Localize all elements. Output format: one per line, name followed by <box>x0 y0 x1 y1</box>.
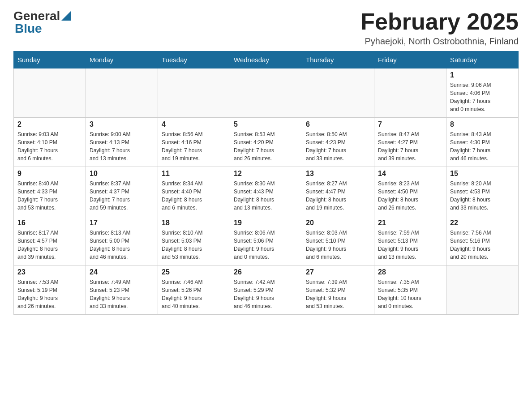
day-number: 18 <box>162 219 226 227</box>
day-info: Sunrise: 7:35 AM Sunset: 5:35 PM Dayligh… <box>378 278 442 310</box>
weekday-header-monday: Monday <box>86 51 158 68</box>
day-info: Sunrise: 8:37 AM Sunset: 4:37 PM Dayligh… <box>90 180 154 212</box>
calendar-cell: 10Sunrise: 8:37 AM Sunset: 4:37 PM Dayli… <box>86 167 158 216</box>
day-info: Sunrise: 9:06 AM Sunset: 4:06 PM Dayligh… <box>450 81 515 113</box>
weekday-header-thursday: Thursday <box>302 51 374 68</box>
calendar-cell: 23Sunrise: 7:53 AM Sunset: 5:19 PM Dayli… <box>14 265 86 315</box>
day-number: 11 <box>162 170 226 178</box>
calendar-cell: 3Sunrise: 9:00 AM Sunset: 4:13 PM Daylig… <box>86 118 158 167</box>
day-number: 5 <box>234 120 298 128</box>
day-number: 23 <box>17 268 82 276</box>
calendar-cell: 15Sunrise: 8:20 AM Sunset: 4:53 PM Dayli… <box>446 167 519 216</box>
weekday-header-row: SundayMondayTuesdayWednesdayThursdayFrid… <box>14 51 519 68</box>
day-number: 19 <box>234 219 298 227</box>
weekday-header-sunday: Sunday <box>14 51 86 68</box>
day-info: Sunrise: 8:27 AM Sunset: 4:47 PM Dayligh… <box>306 180 370 212</box>
calendar-cell: 11Sunrise: 8:34 AM Sunset: 4:40 PM Dayli… <box>158 167 230 216</box>
calendar-cell: 27Sunrise: 7:39 AM Sunset: 5:32 PM Dayli… <box>302 265 374 315</box>
calendar-cell <box>14 68 86 118</box>
calendar-cell: 12Sunrise: 8:30 AM Sunset: 4:43 PM Dayli… <box>230 167 302 216</box>
calendar-cell: 7Sunrise: 8:47 AM Sunset: 4:27 PM Daylig… <box>374 118 446 167</box>
day-number: 16 <box>17 219 82 227</box>
day-number: 27 <box>306 268 370 276</box>
day-number: 2 <box>17 120 82 128</box>
day-number: 17 <box>90 219 154 227</box>
day-info: Sunrise: 8:13 AM Sunset: 5:00 PM Dayligh… <box>90 229 154 261</box>
day-number: 12 <box>234 170 298 178</box>
day-info: Sunrise: 7:46 AM Sunset: 5:26 PM Dayligh… <box>162 278 226 310</box>
day-info: Sunrise: 8:23 AM Sunset: 4:50 PM Dayligh… <box>378 180 442 212</box>
calendar-week-1: 1Sunrise: 9:06 AM Sunset: 4:06 PM Daylig… <box>14 68 519 118</box>
day-info: Sunrise: 8:47 AM Sunset: 4:27 PM Dayligh… <box>378 130 442 163</box>
day-info: Sunrise: 8:43 AM Sunset: 4:30 PM Dayligh… <box>450 130 515 163</box>
day-info: Sunrise: 8:53 AM Sunset: 4:20 PM Dayligh… <box>234 130 298 163</box>
weekday-header-saturday: Saturday <box>446 51 519 68</box>
calendar-cell <box>86 68 158 118</box>
day-number: 7 <box>378 120 442 128</box>
day-info: Sunrise: 8:34 AM Sunset: 4:40 PM Dayligh… <box>162 180 226 212</box>
day-info: Sunrise: 8:30 AM Sunset: 4:43 PM Dayligh… <box>234 180 298 212</box>
day-info: Sunrise: 8:03 AM Sunset: 5:10 PM Dayligh… <box>306 229 370 261</box>
day-number: 15 <box>450 170 515 178</box>
day-info: Sunrise: 7:59 AM Sunset: 5:13 PM Dayligh… <box>378 229 442 261</box>
day-number: 22 <box>450 219 515 227</box>
day-info: Sunrise: 8:50 AM Sunset: 4:23 PM Dayligh… <box>306 130 370 163</box>
calendar-table: SundayMondayTuesdayWednesdayThursdayFrid… <box>13 51 519 315</box>
day-info: Sunrise: 7:53 AM Sunset: 5:19 PM Dayligh… <box>17 278 82 310</box>
calendar-cell: 17Sunrise: 8:13 AM Sunset: 5:00 PM Dayli… <box>86 216 158 265</box>
day-number: 1 <box>450 71 515 79</box>
day-info: Sunrise: 8:20 AM Sunset: 4:53 PM Dayligh… <box>450 180 515 212</box>
calendar-cell: 4Sunrise: 8:56 AM Sunset: 4:16 PM Daylig… <box>158 118 230 167</box>
day-info: Sunrise: 8:06 AM Sunset: 5:06 PM Dayligh… <box>234 229 298 261</box>
calendar-cell: 1Sunrise: 9:06 AM Sunset: 4:06 PM Daylig… <box>446 68 519 118</box>
day-number: 14 <box>378 170 442 178</box>
calendar-cell: 18Sunrise: 8:10 AM Sunset: 5:03 PM Dayli… <box>158 216 230 265</box>
day-number: 21 <box>378 219 442 227</box>
day-number: 8 <box>450 120 515 128</box>
day-number: 26 <box>234 268 298 276</box>
calendar-cell: 6Sunrise: 8:50 AM Sunset: 4:23 PM Daylig… <box>302 118 374 167</box>
calendar-body: 1Sunrise: 9:06 AM Sunset: 4:06 PM Daylig… <box>14 68 519 315</box>
calendar-cell <box>374 68 446 118</box>
calendar-week-5: 23Sunrise: 7:53 AM Sunset: 5:19 PM Dayli… <box>14 265 519 315</box>
logo: General Blue <box>13 9 71 36</box>
calendar-week-3: 9Sunrise: 8:40 AM Sunset: 4:33 PM Daylig… <box>14 167 519 216</box>
weekday-header-friday: Friday <box>374 51 446 68</box>
logo-blue-text: Blue <box>15 21 42 36</box>
calendar-cell: 8Sunrise: 8:43 AM Sunset: 4:30 PM Daylig… <box>446 118 519 167</box>
day-info: Sunrise: 9:03 AM Sunset: 4:10 PM Dayligh… <box>17 130 82 163</box>
calendar-cell: 24Sunrise: 7:49 AM Sunset: 5:23 PM Dayli… <box>86 265 158 315</box>
calendar-cell <box>446 265 519 315</box>
day-number: 28 <box>378 268 442 276</box>
calendar-cell: 20Sunrise: 8:03 AM Sunset: 5:10 PM Dayli… <box>302 216 374 265</box>
calendar-cell: 26Sunrise: 7:42 AM Sunset: 5:29 PM Dayli… <box>230 265 302 315</box>
calendar-cell: 13Sunrise: 8:27 AM Sunset: 4:47 PM Dayli… <box>302 167 374 216</box>
day-info: Sunrise: 8:40 AM Sunset: 4:33 PM Dayligh… <box>17 180 82 212</box>
page-header: General Blue February 2025 Pyhaejoki, No… <box>13 9 519 47</box>
calendar-cell: 14Sunrise: 8:23 AM Sunset: 4:50 PM Dayli… <box>374 167 446 216</box>
svg-marker-0 <box>61 11 71 21</box>
weekday-header-wednesday: Wednesday <box>230 51 302 68</box>
calendar-week-2: 2Sunrise: 9:03 AM Sunset: 4:10 PM Daylig… <box>14 118 519 167</box>
location-text: Pyhaejoki, North Ostrobothnia, Finland <box>360 36 519 47</box>
calendar-cell <box>230 68 302 118</box>
calendar-cell: 16Sunrise: 8:17 AM Sunset: 4:57 PM Dayli… <box>14 216 86 265</box>
calendar-cell: 28Sunrise: 7:35 AM Sunset: 5:35 PM Dayli… <box>374 265 446 315</box>
calendar-cell: 5Sunrise: 8:53 AM Sunset: 4:20 PM Daylig… <box>230 118 302 167</box>
logo-triangle-icon <box>61 11 71 21</box>
calendar-week-4: 16Sunrise: 8:17 AM Sunset: 4:57 PM Dayli… <box>14 216 519 265</box>
day-info: Sunrise: 8:17 AM Sunset: 4:57 PM Dayligh… <box>17 229 82 261</box>
month-title: February 2025 <box>360 9 519 34</box>
title-section: February 2025 Pyhaejoki, North Ostroboth… <box>360 9 519 47</box>
calendar-cell: 21Sunrise: 7:59 AM Sunset: 5:13 PM Dayli… <box>374 216 446 265</box>
day-number: 4 <box>162 120 226 128</box>
day-info: Sunrise: 7:49 AM Sunset: 5:23 PM Dayligh… <box>90 278 154 310</box>
calendar-header: SundayMondayTuesdayWednesdayThursdayFrid… <box>14 51 519 68</box>
day-info: Sunrise: 7:42 AM Sunset: 5:29 PM Dayligh… <box>234 278 298 310</box>
day-info: Sunrise: 8:56 AM Sunset: 4:16 PM Dayligh… <box>162 130 226 163</box>
day-number: 3 <box>90 120 154 128</box>
day-number: 20 <box>306 219 370 227</box>
day-number: 9 <box>17 170 82 178</box>
calendar-cell <box>158 68 230 118</box>
day-number: 13 <box>306 170 370 178</box>
